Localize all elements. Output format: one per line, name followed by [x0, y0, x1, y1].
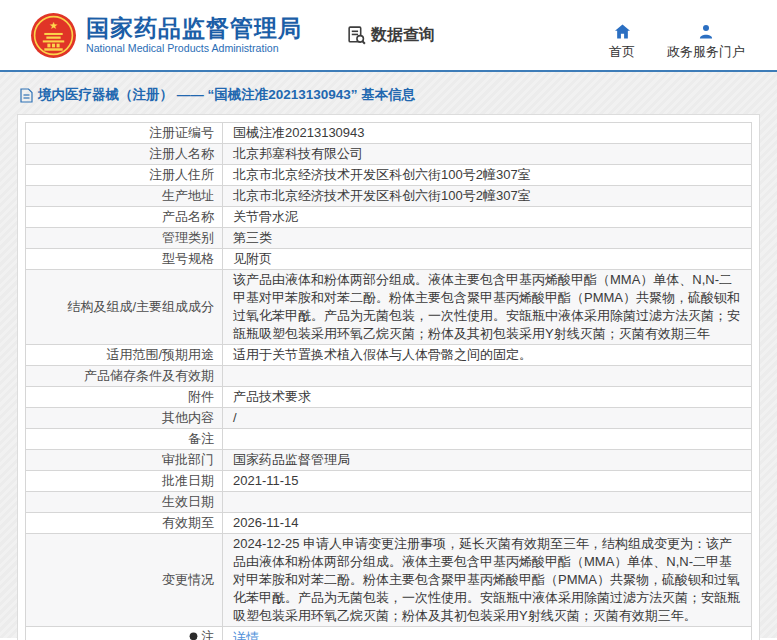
row-value: 第三类 — [223, 228, 752, 249]
table-row: 批准日期 2021-11-15 — [26, 471, 752, 492]
row-label: 产品储存条件及有效期 — [26, 366, 223, 387]
table-row: 结构及组成/主要组成成分 该产品由液体和粉体两部分组成。液体主要包含甲基丙烯酸甲… — [26, 270, 752, 345]
page-title-text: 境内医疗器械（注册） —— “国械注准20213130943” 基本信息 — [38, 86, 415, 104]
table-row: 注册证编号 国械注准20213130943 — [26, 123, 752, 144]
row-value: 关节骨水泥 — [223, 207, 752, 228]
row-label: 审批部门 — [26, 450, 223, 471]
table-row: 管理类别 第三类 — [26, 228, 752, 249]
svg-text:★: ★ — [49, 20, 58, 31]
table-row: 变更情况 2024-12-25 申请人申请变更注册事项，延长灭菌有效期至三年，结… — [26, 534, 752, 627]
row-value: 国械注准20213130943 — [223, 123, 752, 144]
table-row: 生产地址 北京市北京经济技术开发区科创六街100号2幢307室 — [26, 186, 752, 207]
user-icon — [698, 24, 714, 39]
detail-link[interactable]: 详情 — [233, 630, 259, 640]
nav-data-query[interactable]: 数据查询 — [346, 25, 435, 46]
row-label: 其他内容 — [26, 408, 223, 429]
site-header: ★ 国家药品监督管理局 National Medical Products Ad… — [0, 0, 777, 72]
row-value — [223, 366, 752, 387]
row-value: 北京市北京经济技术开发区科创六街100号2幢307室 — [223, 165, 752, 186]
row-label: 附件 — [26, 387, 223, 408]
row-value: 北京市北京经济技术开发区科创六街100号2幢307室 — [223, 186, 752, 207]
nav-portal-label: 政务服务门户 — [667, 43, 745, 61]
nav-home[interactable]: 首页 — [607, 24, 637, 61]
table-row: 产品储存条件及有效期 — [26, 366, 752, 387]
table-row: 型号规格 见附页 — [26, 249, 752, 270]
registration-info-table: 注册证编号 国械注准20213130943 注册人名称 北京邦塞科技有限公司 注… — [25, 122, 752, 640]
row-label: 批准日期 — [26, 471, 223, 492]
table-row: 其他内容 / — [26, 408, 752, 429]
row-label: 管理类别 — [26, 228, 223, 249]
row-value: 见附页 — [223, 249, 752, 270]
nav-portal[interactable]: 政务服务门户 — [667, 24, 745, 61]
row-value — [223, 429, 752, 450]
page-doc-icon — [20, 88, 33, 103]
brand-link[interactable]: ★ 国家药品监督管理局 National Medical Products Ad… — [30, 12, 302, 59]
org-name-zh: 国家药品监督管理局 — [86, 15, 302, 41]
row-value: 国家药品监督管理局 — [223, 450, 752, 471]
top-nav: 首页 政务服务门户 — [607, 24, 745, 61]
table-row: 有效期至 2026-11-14 — [26, 513, 752, 534]
row-value: 2026-11-14 — [223, 513, 752, 534]
row-label: 结构及组成/主要组成成分 — [26, 270, 223, 345]
table-row: 产品名称 关节骨水泥 — [26, 207, 752, 228]
row-label: 生产地址 — [26, 186, 223, 207]
row-value — [223, 492, 752, 513]
row-value: 2024-12-25 申请人申请变更注册事项，延长灭菌有效期至三年，结构组成变更… — [223, 534, 752, 627]
info-card: 注册证编号 国械注准20213130943 注册人名称 北京邦塞科技有限公司 注… — [17, 114, 760, 640]
table-row: 审批部门 国家药品监督管理局 — [26, 450, 752, 471]
table-row: 注册人住所 北京市北京经济技术开发区科创六街100号2幢307室 — [26, 165, 752, 186]
row-label: 备注 — [26, 429, 223, 450]
data-query-label: 数据查询 — [371, 25, 435, 46]
row-value: 2021-11-15 — [223, 471, 752, 492]
document-search-icon — [346, 25, 367, 46]
table-row: 生效日期 — [26, 492, 752, 513]
national-emblem-icon: ★ — [30, 12, 77, 59]
row-value: / — [223, 408, 752, 429]
row-label: 型号规格 — [26, 249, 223, 270]
table-row-note: 注 详情 — [26, 627, 752, 640]
row-label: 适用范围/预期用途 — [26, 345, 223, 366]
org-names: 国家药品监督管理局 National Medical Products Admi… — [86, 15, 302, 55]
home-icon — [614, 24, 631, 39]
row-label: 注 — [201, 628, 214, 640]
main-area: 境内医疗器械（注册） —— “国械注准20213130943” 基本信息 注册证… — [0, 72, 777, 638]
org-name-en: National Medical Products Administration — [86, 41, 302, 55]
row-label: 变更情况 — [26, 534, 223, 627]
row-label: 注册人名称 — [26, 144, 223, 165]
row-value: 该产品由液体和粉体两部分组成。液体主要包含甲基丙烯酸甲酯（MMA）单体、N,N-… — [223, 270, 752, 345]
row-label: 有效期至 — [26, 513, 223, 534]
row-label: 注册人住所 — [26, 165, 223, 186]
page-title: 境内医疗器械（注册） —— “国械注准20213130943” 基本信息 — [17, 85, 760, 105]
table-row: 注册人名称 北京邦塞科技有限公司 — [26, 144, 752, 165]
bulb-icon — [188, 632, 199, 640]
table-row: 附件 产品技术要求 — [26, 387, 752, 408]
row-label: 生效日期 — [26, 492, 223, 513]
row-label: 注册证编号 — [26, 123, 223, 144]
row-label: 产品名称 — [26, 207, 223, 228]
table-row: 适用范围/预期用途 适用于关节置换术植入假体与人体骨骼之间的固定。 — [26, 345, 752, 366]
row-value: 产品技术要求 — [223, 387, 752, 408]
note-label: 注 — [188, 628, 214, 640]
row-value: 适用于关节置换术植入假体与人体骨骼之间的固定。 — [223, 345, 752, 366]
nav-home-label: 首页 — [609, 43, 635, 61]
row-value: 北京邦塞科技有限公司 — [223, 144, 752, 165]
table-row: 备注 — [26, 429, 752, 450]
